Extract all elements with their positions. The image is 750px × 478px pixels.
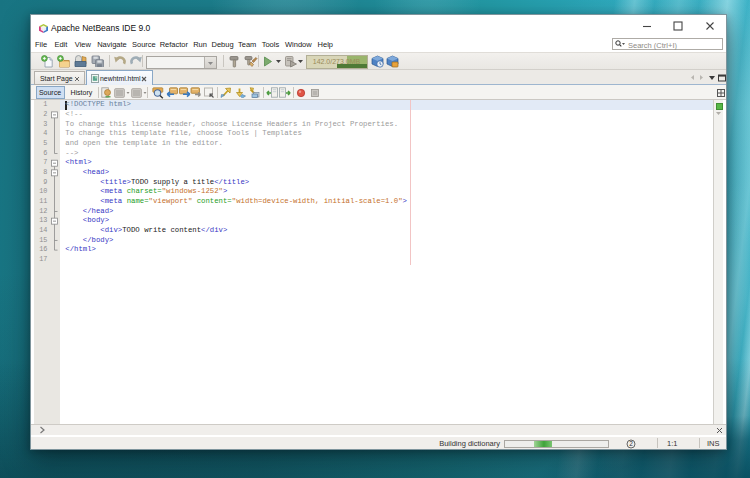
svg-text:2: 2 [629,440,633,447]
